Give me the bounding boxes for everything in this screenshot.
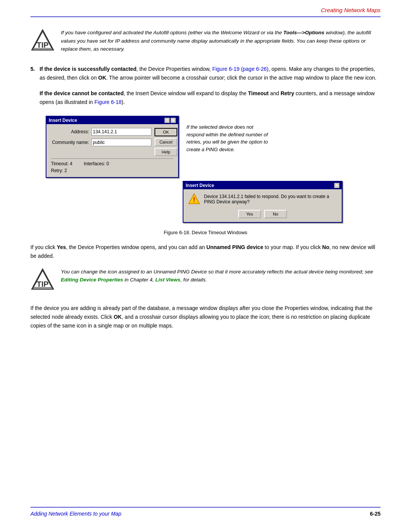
figure618-link[interactable]: Figure 6-18 [94, 99, 122, 105]
step5-text: If the device is successfully contacted,… [40, 65, 381, 82]
retry-info: Retry: 2 [51, 168, 174, 173]
footer-left: Adding Network Elements to your Map [30, 511, 121, 517]
warning-icon: ! [188, 193, 200, 205]
annotation-area: If the selected device does not respond … [186, 116, 270, 153]
editing-device-props-link[interactable]: Editing Device Properties [61, 277, 123, 283]
popup-title: Insert Device [186, 183, 214, 188]
insert-device-main-body: Address: Community name: OK Cancel He [46, 124, 178, 177]
cancel-button[interactable]: Cancel [155, 138, 177, 146]
insert-device-popup-window: Insert Device ✕ ! Device 134.141.2.1 fai… [183, 181, 342, 223]
community-input[interactable] [91, 139, 151, 146]
address-row: Address: [51, 128, 151, 136]
annotation-text: If the selected device does not respond … [186, 124, 268, 152]
tip-box-1: TIP If you have configured and activated… [30, 29, 381, 54]
header-title: Creating Network Maps [321, 7, 381, 13]
figure619-link[interactable]: Figure 6-19 (page 6-26) [212, 66, 269, 72]
database-paragraph: If the device you are adding is already … [30, 304, 381, 330]
no-button[interactable]: No [264, 210, 287, 218]
side-buttons: OK Cancel Help [155, 128, 177, 156]
tip-triangle-icon: TIP [30, 29, 55, 53]
interfaces-info: Interfaces: 0 [84, 161, 109, 166]
popup-message-row: ! Device 134.141.2.1 failed to respond. … [188, 193, 337, 205]
help-button[interactable]: Help [155, 148, 177, 156]
community-row: Community name: [51, 139, 151, 146]
yes-button[interactable]: Yes [238, 210, 261, 218]
page-footer: Adding Network Elements to your Map 6-25 [30, 507, 381, 517]
step-number: 5. [30, 65, 37, 73]
tip-triangle-icon-2: TIP [30, 268, 55, 292]
community-label: Community name: [51, 140, 89, 145]
tip2-text: You can change the icon assigned to an U… [61, 268, 381, 284]
step5-paragraph: 5. If the device is successfully contact… [30, 65, 381, 82]
popup-close-btn[interactable]: ✕ [334, 183, 339, 188]
close-btn[interactable]: ✕ [170, 118, 176, 123]
popup-titlebar-controls: ✕ [334, 183, 339, 188]
popup-message-text: Device 134.141.2.1 failed to respond. Do… [204, 194, 337, 204]
cannot-contact-paragraph: If the device cannot be contacted, the I… [40, 89, 381, 107]
yes-no-paragraph: If you click Yes, the Device Properties … [30, 243, 381, 260]
figures-row: Insert Device ? ✕ Address: [46, 116, 381, 178]
tip1-text: If you have configured and activated the… [61, 29, 381, 53]
popup-body: ! Device 134.141.2.1 failed to respond. … [183, 189, 342, 222]
tip-box-2: TIP You can change the icon assigned to … [30, 268, 381, 293]
page-header: Creating Network Maps [30, 0, 381, 17]
insert-device-main-titlebar: Insert Device ? ✕ [46, 117, 178, 124]
popup-buttons: Yes No [188, 210, 337, 218]
svg-text:TIP: TIP [37, 280, 48, 288]
popup-titlebar: Insert Device ✕ [183, 182, 342, 189]
figure-caption: Figure 6-18. Device Timeout Windows [30, 230, 381, 235]
svg-text:!: ! [193, 196, 195, 204]
insert-device-main-window: Insert Device ? ✕ Address: [46, 116, 179, 178]
timeout-info: Timeout: 4 [51, 161, 72, 166]
tip-icon-1: TIP [30, 29, 55, 54]
footer-right: 6-25 [370, 511, 381, 517]
address-label: Address: [51, 129, 89, 134]
insert-device-main-title: Insert Device [49, 118, 77, 123]
titlebar-controls: ? ✕ [164, 118, 176, 123]
popup-wrapper: Insert Device ✕ ! Device 134.141.2.1 fai… [114, 181, 342, 223]
ok-button[interactable]: OK [155, 128, 177, 136]
figure-area: Insert Device ? ✕ Address: [46, 116, 381, 223]
question-btn[interactable]: ? [164, 118, 170, 123]
info-row: Timeout: 4 Interfaces: 0 [51, 161, 174, 166]
tip-icon-2: TIP [30, 268, 55, 293]
svg-text:TIP: TIP [37, 41, 48, 49]
address-input[interactable] [91, 128, 151, 136]
list-views-link[interactable]: List Views [155, 277, 180, 283]
